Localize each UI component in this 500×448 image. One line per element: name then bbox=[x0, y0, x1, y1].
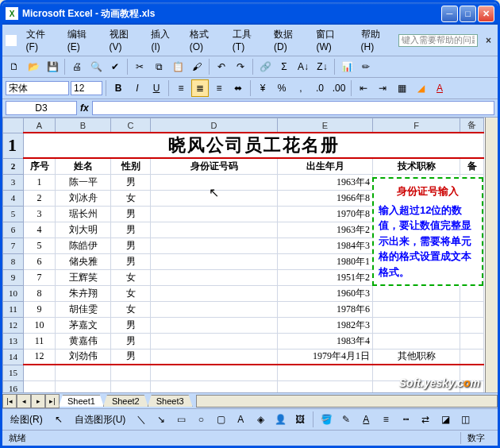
row-header[interactable]: 8 bbox=[3, 253, 24, 269]
bold-icon[interactable]: B bbox=[110, 79, 127, 97]
cell[interactable]: 男 bbox=[111, 253, 151, 269]
col-header[interactable]: B bbox=[56, 118, 111, 133]
indent-inc-icon[interactable]: ⇥ bbox=[374, 79, 391, 97]
doc-close-button[interactable]: × bbox=[483, 35, 494, 46]
cell[interactable] bbox=[151, 301, 278, 317]
cell[interactable]: 陈一平 bbox=[56, 174, 111, 190]
paste-icon[interactable]: 📋 bbox=[169, 58, 187, 75]
format-painter-icon[interactable]: 🖌 bbox=[188, 58, 206, 75]
menu-help[interactable]: 帮助(H) bbox=[356, 26, 397, 54]
undo-icon[interactable]: ↶ bbox=[213, 58, 230, 75]
tab-nav-last[interactable]: ▸| bbox=[45, 394, 60, 408]
menu-insert[interactable]: 插入(I) bbox=[146, 26, 183, 54]
cell[interactable]: 男 bbox=[111, 174, 151, 190]
drawing-icon[interactable]: ✏ bbox=[357, 58, 375, 75]
cell[interactable]: 出生年月 bbox=[278, 158, 373, 174]
col-header[interactable]: F bbox=[373, 118, 460, 133]
autoshapes-menu[interactable]: 自选图形(U) bbox=[70, 411, 131, 428]
cell[interactable]: 1960年3 bbox=[278, 285, 373, 301]
cell[interactable]: 1983年4 bbox=[278, 333, 373, 349]
percent-icon[interactable]: % bbox=[273, 79, 290, 97]
dash-icon[interactable]: ┅ bbox=[397, 411, 414, 428]
sheet-title-cell[interactable]: 晓风公司员工花名册 bbox=[24, 133, 484, 158]
cell[interactable]: 朱卉翔 bbox=[56, 285, 111, 301]
maximize-button[interactable]: □ bbox=[460, 6, 476, 22]
cell[interactable]: 女 bbox=[111, 269, 151, 285]
cell[interactable]: 1979年4月1日 bbox=[278, 349, 373, 365]
col-header[interactable]: C bbox=[111, 118, 151, 133]
row-header[interactable]: 13 bbox=[3, 333, 24, 349]
horizontal-scrollbar[interactable] bbox=[196, 395, 498, 407]
row-header[interactable]: 10 bbox=[3, 285, 24, 301]
cell[interactable] bbox=[151, 333, 278, 349]
cell[interactable] bbox=[151, 365, 278, 380]
help-search-input[interactable] bbox=[398, 34, 478, 47]
col-header[interactable]: D bbox=[151, 118, 278, 133]
cell[interactable] bbox=[151, 190, 278, 206]
merge-icon[interactable]: ⬌ bbox=[229, 79, 247, 97]
inc-decimal-icon[interactable]: .0 bbox=[311, 79, 329, 97]
menu-file[interactable]: 文件(F) bbox=[21, 26, 61, 54]
cell[interactable]: 6 bbox=[24, 253, 56, 269]
menu-window[interactable]: 窗口(W) bbox=[311, 26, 354, 54]
cell[interactable] bbox=[151, 206, 278, 222]
cell[interactable]: 刘冰舟 bbox=[56, 190, 111, 206]
dec-decimal-icon[interactable]: .00 bbox=[330, 79, 348, 97]
fx-icon[interactable]: fx bbox=[80, 102, 89, 114]
cell[interactable]: 男 bbox=[111, 206, 151, 222]
cell[interactable]: 1963年2 bbox=[278, 222, 373, 238]
line-icon[interactable]: ＼ bbox=[133, 411, 150, 428]
col-header[interactable]: A bbox=[24, 118, 56, 133]
cell[interactable]: 女 bbox=[111, 285, 151, 301]
cell[interactable]: 备 bbox=[460, 158, 484, 174]
row-header[interactable]: 1 bbox=[3, 133, 24, 158]
new-icon[interactable]: 🗋 bbox=[6, 58, 23, 75]
row-header[interactable]: 4 bbox=[3, 190, 24, 206]
cell[interactable] bbox=[373, 317, 460, 333]
open-icon[interactable]: 📂 bbox=[25, 58, 42, 75]
cell[interactable]: 1963年4 bbox=[278, 174, 373, 190]
cell[interactable]: 男 bbox=[111, 333, 151, 349]
sheet-tab-1[interactable]: Sheet1 bbox=[59, 395, 104, 407]
cell[interactable] bbox=[151, 174, 278, 190]
font-name-input[interactable] bbox=[6, 81, 69, 95]
row-header[interactable]: 9 bbox=[3, 269, 24, 285]
cell[interactable]: 4 bbox=[24, 222, 56, 238]
cell[interactable] bbox=[151, 349, 278, 365]
print-icon[interactable]: 🖨 bbox=[68, 58, 86, 75]
cut-icon[interactable]: ✂ bbox=[131, 58, 148, 75]
row-header[interactable]: 15 bbox=[3, 365, 24, 380]
font-color2-icon[interactable]: A bbox=[357, 411, 375, 428]
cell[interactable]: 1980年1 bbox=[278, 253, 373, 269]
cell[interactable]: 茅嘉文 bbox=[56, 317, 111, 333]
tab-nav-next[interactable]: ▸ bbox=[31, 394, 45, 408]
cell[interactable]: 2 bbox=[24, 190, 56, 206]
menu-tools[interactable]: 工具(T) bbox=[228, 26, 267, 54]
font-size-input[interactable] bbox=[71, 81, 102, 95]
cell[interactable] bbox=[373, 333, 460, 349]
vertical-scrollbar[interactable] bbox=[485, 118, 498, 392]
cell[interactable]: 1978年6 bbox=[278, 301, 373, 317]
cell[interactable]: 男 bbox=[111, 238, 151, 253]
align-left-icon[interactable]: ≡ bbox=[172, 79, 190, 97]
select-icon[interactable]: ↖ bbox=[50, 411, 67, 428]
cell[interactable]: 性别 bbox=[111, 158, 151, 174]
cell[interactable]: 男 bbox=[111, 349, 151, 365]
copy-icon[interactable]: ⧉ bbox=[150, 58, 167, 75]
col-header[interactable]: 备 bbox=[460, 118, 484, 133]
cell[interactable] bbox=[151, 238, 278, 253]
currency-icon[interactable]: ¥ bbox=[254, 79, 271, 97]
redo-icon[interactable]: ↷ bbox=[232, 58, 249, 75]
cell[interactable] bbox=[278, 365, 373, 380]
cell[interactable] bbox=[460, 285, 484, 301]
cell[interactable] bbox=[56, 365, 111, 380]
cell[interactable] bbox=[111, 380, 151, 392]
sheet-tab-3[interactable]: Sheet3 bbox=[148, 395, 193, 407]
formula-input[interactable] bbox=[92, 101, 494, 115]
cell[interactable]: 女 bbox=[111, 301, 151, 317]
preview-icon[interactable]: 🔍 bbox=[87, 58, 105, 75]
cell[interactable]: 8 bbox=[24, 285, 56, 301]
row-header[interactable]: 7 bbox=[3, 238, 24, 253]
col-header[interactable]: E bbox=[278, 118, 373, 133]
cell[interactable] bbox=[151, 269, 278, 285]
